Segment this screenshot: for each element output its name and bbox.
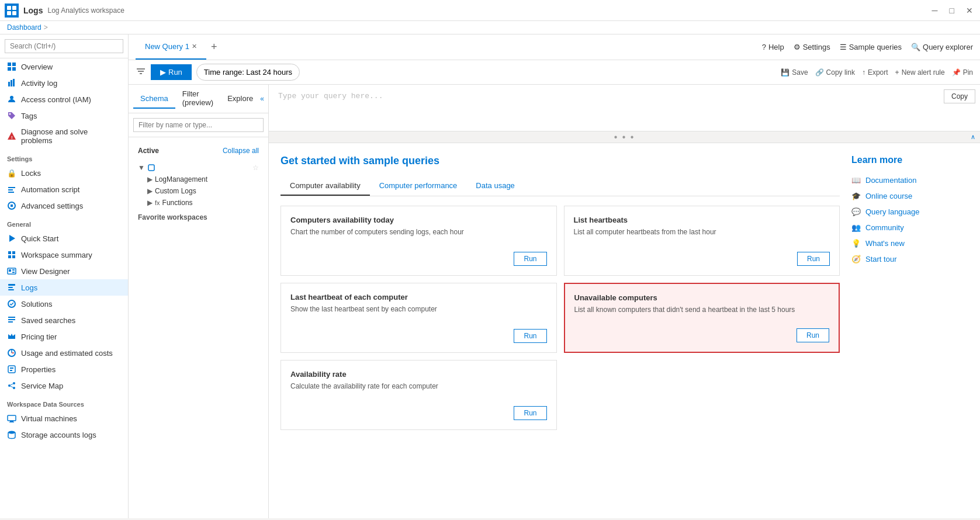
- settings-button[interactable]: ⚙ Settings: [794, 43, 830, 51]
- favorite-workspaces-label: Favorite workspaces: [133, 209, 264, 224]
- sidebar-item-advanced[interactable]: Advanced settings: [0, 197, 128, 214]
- sidebar-item-saved[interactable]: Saved searches: [0, 312, 128, 328]
- learn-more-documentation[interactable]: 📖 Documentation: [851, 172, 968, 188]
- copy-link-button[interactable]: 🔗 Copy link: [815, 68, 855, 77]
- course-icon: 🎓: [851, 192, 861, 200]
- new-alert-button[interactable]: + New alert rule: [895, 68, 945, 77]
- sample-tab-availability[interactable]: Computer availability: [281, 176, 370, 196]
- card-1-run-button[interactable]: Run: [797, 252, 830, 266]
- schema-tree-root[interactable]: ▼ ☆: [133, 162, 264, 174]
- tour-icon: 🧭: [851, 255, 861, 264]
- run-button[interactable]: ▶ Run: [151, 64, 192, 80]
- sidebar-item-usage[interactable]: Usage and estimated costs: [0, 345, 128, 361]
- schema-filter-input[interactable]: [133, 118, 264, 132]
- minimize-button[interactable]: ─: [930, 4, 940, 18]
- sidebar-item-tags[interactable]: Tags: [0, 108, 128, 124]
- collapse-query-button[interactable]: ∧: [971, 133, 975, 141]
- close-button[interactable]: ✕: [964, 4, 975, 18]
- svg-rect-4: [8, 63, 11, 66]
- sample-tab-performance[interactable]: Computer performance: [370, 176, 467, 196]
- svg-rect-22: [12, 269, 15, 271]
- sidebar-item-logs[interactable]: Logs: [0, 279, 128, 296]
- sidebar-item-automation[interactable]: Automation script: [0, 181, 128, 197]
- schema-tab-schema[interactable]: Schema: [133, 89, 175, 109]
- svg-rect-30: [8, 321, 13, 323]
- servicemap-icon: [7, 381, 16, 390]
- time-range-button[interactable]: Time range: Last 24 hours: [196, 64, 300, 81]
- svg-rect-0: [7, 6, 11, 10]
- breadcrumb-home[interactable]: Dashboard: [7, 23, 41, 32]
- activity-icon: [7, 78, 16, 88]
- learn-more-start-tour[interactable]: 🧭 Start tour: [851, 251, 968, 267]
- query-explorer-icon: 🔍: [911, 43, 920, 51]
- export-icon: ↑: [862, 68, 865, 77]
- schema-tree-logmanagement[interactable]: ▶ LogManagement: [143, 174, 264, 185]
- sample-queries-button[interactable]: ☰ Sample queries: [840, 43, 902, 51]
- export-button[interactable]: ↑ Export: [862, 68, 888, 77]
- sample-queries-title: Get started with sample queries: [281, 155, 840, 167]
- summary-icon: [7, 250, 16, 259]
- help-button[interactable]: ? Help: [762, 43, 784, 51]
- star-icon[interactable]: ☆: [252, 164, 259, 172]
- sample-card-3: Unavailable computers List all known com…: [564, 283, 840, 353]
- sidebar-item-iam[interactable]: Access control (IAM): [0, 91, 128, 108]
- schema-tab-explore[interactable]: Explore: [220, 89, 260, 109]
- card-2-title: Last heartbeat of each computer: [290, 293, 547, 301]
- list-icon: ☰: [840, 43, 847, 51]
- app-title: Logs: [23, 6, 43, 15]
- schema-tree-customlogs[interactable]: ▶ Custom Logs: [143, 185, 264, 197]
- schema-tree-functions[interactable]: ▶ fx Functions: [143, 197, 264, 209]
- sidebar-item-servicemap[interactable]: Service Map: [0, 377, 128, 394]
- sample-cards-grid: Computers availability today Chart the n…: [281, 206, 840, 430]
- schema-panel: Schema Filter (preview) Explore « Active…: [129, 85, 269, 518]
- svg-line-38: [11, 384, 13, 385]
- sidebar-item-vms[interactable]: Virtual machines: [0, 410, 128, 427]
- svg-rect-1: [12, 6, 16, 10]
- card-0-run-button[interactable]: Run: [514, 252, 546, 266]
- learn-more-whats-new[interactable]: 💡 What's new: [851, 235, 968, 251]
- learn-more-query-language[interactable]: 💬 Query language: [851, 204, 968, 220]
- schema-collapse-btn[interactable]: «: [260, 95, 264, 103]
- sidebar-item-storage[interactable]: Storage accounts logs: [0, 427, 128, 443]
- sidebar-item-solutions[interactable]: Solutions: [0, 296, 128, 312]
- sidebar-item-summary[interactable]: Workspace summary: [0, 247, 128, 263]
- card-2-desc: Show the last heartbeat sent by each com…: [290, 305, 547, 322]
- content-area: New Query 1 ✕ + ? Help ⚙ Settings ☰ Samp…: [129, 34, 980, 518]
- sidebar-item-diagnose[interactable]: ! Diagnose and solve problems: [0, 124, 128, 148]
- sidebar-tags-label: Tags: [21, 112, 37, 120]
- sidebar-item-viewdesigner[interactable]: View Designer: [0, 263, 128, 279]
- card-4-run-button[interactable]: Run: [514, 406, 546, 420]
- collapse-all-button[interactable]: Collapse all: [209, 144, 264, 157]
- sidebar-item-overview[interactable]: Overview: [0, 58, 128, 75]
- general-section-label: General: [0, 214, 128, 230]
- maximize-button[interactable]: □: [947, 4, 957, 18]
- query-explorer-button[interactable]: 🔍 Query explorer: [911, 43, 973, 51]
- query-resize-handle[interactable]: • • • ∧: [269, 131, 980, 143]
- schema-tab-filter[interactable]: Filter (preview): [175, 85, 220, 113]
- sidebar-item-locks[interactable]: 🔒 Locks: [0, 165, 128, 181]
- card-3-run-button[interactable]: Run: [797, 328, 829, 342]
- svg-rect-24: [8, 284, 15, 286]
- search-input[interactable]: [5, 39, 123, 53]
- pin-button[interactable]: 📌 Pin: [952, 68, 973, 77]
- sidebar-item-activity[interactable]: Activity log: [0, 75, 128, 91]
- tab-close-button[interactable]: ✕: [192, 43, 197, 50]
- sidebar-item-properties[interactable]: Properties: [0, 361, 128, 377]
- svg-rect-32: [8, 366, 15, 373]
- sidebar-item-quickstart[interactable]: Quick Start: [0, 230, 128, 247]
- card-4-desc: Calculate the availability rate for each…: [290, 382, 547, 399]
- sidebar-item-pricing[interactable]: Pricing tier: [0, 328, 128, 345]
- sample-tab-datausage[interactable]: Data usage: [466, 176, 524, 196]
- solutions-icon: [7, 299, 16, 308]
- tab-new-query[interactable]: New Query 1 ✕: [136, 34, 206, 60]
- copy-button[interactable]: Copy: [944, 89, 975, 103]
- add-tab-button[interactable]: +: [206, 34, 222, 60]
- learn-more-community[interactable]: 👥 Community: [851, 220, 968, 235]
- filter-settings-button[interactable]: [136, 66, 146, 78]
- learn-more-online-course[interactable]: 🎓 Online course: [851, 188, 968, 204]
- svg-point-37: [13, 387, 15, 389]
- settings-section-label: Settings: [0, 148, 128, 165]
- save-button[interactable]: 💾 Save: [781, 68, 808, 77]
- diagnose-icon: !: [7, 131, 16, 141]
- card-2-run-button[interactable]: Run: [514, 329, 546, 343]
